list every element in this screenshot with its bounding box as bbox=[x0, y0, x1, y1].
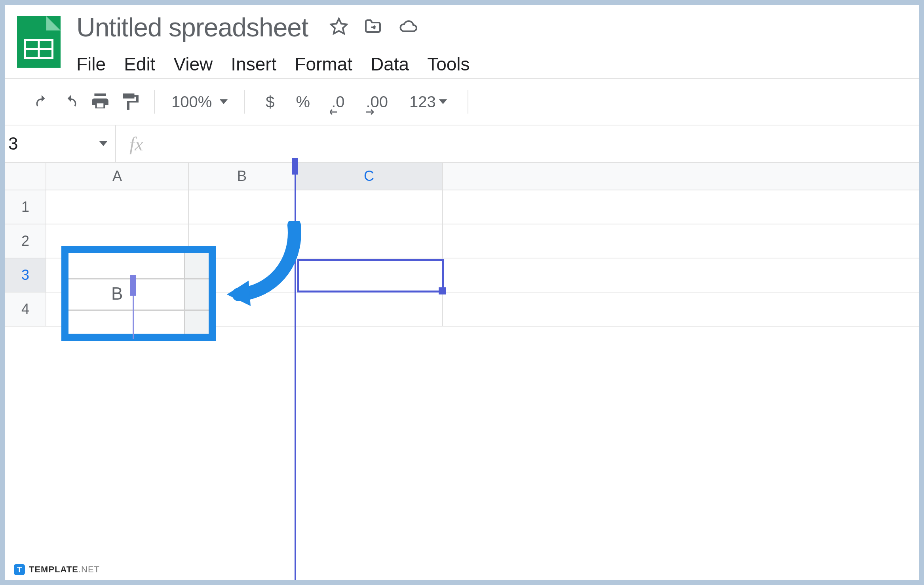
svg-marker-0 bbox=[331, 19, 347, 34]
star-icon[interactable] bbox=[329, 17, 348, 38]
document-title[interactable]: Untitled spreadsheet bbox=[76, 12, 308, 42]
cell-c2[interactable] bbox=[296, 224, 443, 258]
annotation-callout: B bbox=[61, 246, 216, 341]
zoom-dropdown[interactable]: 100% bbox=[167, 93, 232, 111]
annotation-arrow-icon bbox=[211, 221, 306, 308]
separator bbox=[244, 90, 245, 114]
column-resize-handle[interactable] bbox=[292, 158, 298, 175]
menu-tools[interactable]: Tools bbox=[427, 53, 470, 75]
print-button[interactable] bbox=[87, 89, 113, 114]
decrease-decimal-button[interactable]: .0 bbox=[323, 93, 353, 111]
watermark: T TEMPLATE.NET bbox=[11, 563, 102, 576]
watermark-badge-icon: T bbox=[14, 564, 25, 575]
format-currency-button[interactable]: $ bbox=[257, 93, 283, 111]
column-header-c[interactable]: C bbox=[296, 163, 443, 190]
menu-view[interactable]: View bbox=[173, 53, 213, 75]
menu-data[interactable]: Data bbox=[371, 53, 409, 75]
row-header-1[interactable]: 1 bbox=[5, 190, 46, 224]
menu-bar: File Edit View Insert Format Data Tools bbox=[76, 53, 907, 75]
zoom-value: 100% bbox=[171, 93, 212, 111]
title-actions bbox=[329, 17, 420, 38]
separator bbox=[468, 90, 468, 114]
row-header-4[interactable]: 4 bbox=[5, 292, 46, 326]
callout-header-row bbox=[68, 278, 209, 311]
chevron-down-icon bbox=[439, 99, 447, 104]
cell-a1[interactable] bbox=[46, 190, 189, 224]
undo-button[interactable] bbox=[29, 89, 54, 114]
callout-resize-handle-icon bbox=[130, 275, 136, 296]
row-1: 1 bbox=[5, 190, 919, 224]
cell-c1[interactable] bbox=[296, 190, 443, 224]
row-header-2[interactable]: 2 bbox=[5, 224, 46, 258]
callout-resize-line bbox=[133, 296, 134, 339]
column-header-a[interactable]: A bbox=[46, 163, 189, 190]
name-box-value: 3 bbox=[8, 134, 18, 154]
select-all-corner[interactable] bbox=[5, 163, 46, 190]
folder-move-icon[interactable] bbox=[363, 17, 383, 38]
title-row: Untitled spreadsheet bbox=[76, 12, 907, 42]
watermark-text: TEMPLATE.NET bbox=[29, 564, 100, 575]
sheets-logo-icon bbox=[17, 16, 61, 68]
row-header-3[interactable]: 3 bbox=[5, 258, 46, 292]
toolbar: 100% $ % .0 .00 123 bbox=[5, 78, 919, 125]
formula-bar: 3 fx bbox=[5, 125, 919, 163]
format-percent-button[interactable]: % bbox=[287, 93, 319, 111]
name-box[interactable]: 3 bbox=[5, 125, 116, 162]
chevron-down-icon bbox=[99, 141, 107, 146]
menu-insert[interactable]: Insert bbox=[231, 53, 276, 75]
menu-format[interactable]: Format bbox=[295, 53, 352, 75]
redo-button[interactable] bbox=[58, 89, 84, 114]
more-formats-button[interactable]: 123 bbox=[401, 93, 456, 111]
cell-b1[interactable] bbox=[189, 190, 296, 224]
cell-c4[interactable] bbox=[296, 292, 443, 326]
chevron-down-icon bbox=[220, 99, 228, 104]
cell-c3[interactable] bbox=[296, 258, 443, 292]
menu-file[interactable]: File bbox=[76, 53, 106, 75]
column-header-b[interactable]: B bbox=[189, 163, 296, 190]
column-headers: A B C bbox=[5, 163, 919, 190]
menu-edit[interactable]: Edit bbox=[124, 53, 155, 75]
app-frame: Untitled spreadsheet File Edit View bbox=[5, 5, 919, 580]
separator bbox=[154, 90, 155, 114]
title-area: Untitled spreadsheet File Edit View bbox=[76, 12, 907, 75]
fx-label: fx bbox=[116, 133, 143, 155]
cloud-save-icon[interactable] bbox=[397, 17, 420, 38]
increase-decimal-button[interactable]: .00 bbox=[357, 93, 397, 111]
header: Untitled spreadsheet File Edit View bbox=[5, 5, 919, 78]
callout-column-label: B bbox=[111, 284, 123, 304]
paint-format-button[interactable] bbox=[117, 89, 142, 114]
